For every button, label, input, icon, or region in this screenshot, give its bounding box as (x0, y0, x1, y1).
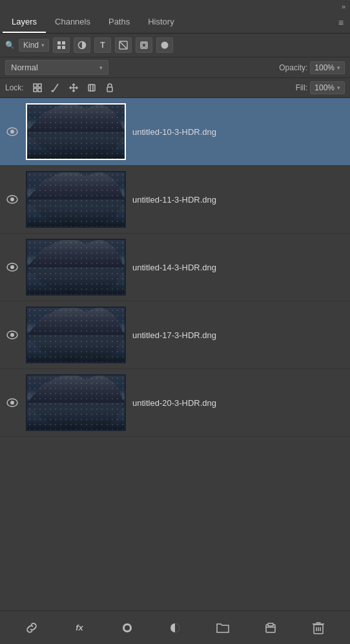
layer-item[interactable]: untitled-17-3-HDR.dng (0, 301, 350, 369)
svg-rect-10 (34, 84, 37, 87)
svg-rect-12 (34, 88, 37, 92)
opacity-chevron-icon: ▾ (337, 65, 340, 71)
svg-point-31 (10, 401, 14, 405)
layers-list: untitled-10-3-HDR.dng untitled-11-3-HDR.… (0, 98, 350, 610)
new-layer-button[interactable] (260, 618, 281, 638)
layer-name: untitled-10-3-HDR.dng (132, 127, 345, 137)
layer-visibility-toggle[interactable] (5, 263, 19, 272)
lock-move-btn[interactable] (67, 81, 81, 95)
fill-input[interactable]: 100% ▾ (310, 81, 345, 94)
add-adjustment-button[interactable] (165, 618, 185, 638)
filter-adjustment-btn[interactable] (74, 37, 90, 53)
kind-chevron-icon: ▾ (41, 42, 45, 48)
layer-item[interactable]: untitled-20-3-HDR.dng (0, 369, 350, 437)
opacity-value-text: 100% (314, 63, 335, 72)
layer-item[interactable]: untitled-14-3-HDR.dng (0, 234, 350, 301)
link-layers-button[interactable] (21, 618, 42, 638)
layer-visibility-toggle[interactable] (5, 127, 19, 136)
filter-text-btn[interactable]: T (94, 37, 111, 53)
blend-mode-chevron-icon: ▾ (99, 65, 103, 71)
svg-rect-21 (107, 87, 112, 92)
layer-visibility-toggle[interactable] (5, 195, 19, 204)
svg-point-15 (51, 90, 53, 92)
new-group-button[interactable] (212, 618, 233, 638)
bottom-toolbar: fx (0, 610, 350, 644)
svg-point-9 (161, 42, 169, 49)
svg-rect-1 (62, 41, 65, 45)
layer-thumbnail (26, 374, 126, 431)
filter-pixel-btn[interactable] (53, 37, 70, 53)
layer-name: untitled-11-3-HDR.dng (132, 195, 345, 205)
svg-point-29 (10, 333, 14, 337)
lock-pixels-btn[interactable] (30, 81, 45, 95)
tab-channels[interactable]: Channels (46, 12, 99, 33)
tab-layers[interactable]: Layers (3, 12, 46, 33)
svg-rect-18 (88, 85, 95, 91)
svg-point-27 (10, 265, 14, 269)
svg-rect-8 (142, 43, 146, 47)
svg-point-33 (125, 625, 130, 630)
tab-paths[interactable]: Paths (99, 12, 139, 33)
kind-label: Kind (23, 41, 39, 50)
fill-section: Fill: 100% ▾ (296, 81, 345, 94)
lock-row: Lock: (0, 78, 350, 98)
filter-row: 🔍 Kind ▾ T (0, 34, 350, 57)
lock-artboard-btn[interactable] (85, 81, 99, 95)
fill-value-text: 100% (314, 83, 335, 92)
expand-icon[interactable]: » (342, 3, 345, 10)
fill-chevron-icon: ▾ (337, 85, 340, 91)
filter-circle-btn[interactable] (156, 37, 173, 53)
layer-thumbnail (26, 103, 126, 160)
lock-all-btn[interactable] (103, 81, 117, 95)
filter-shape-btn[interactable] (115, 37, 132, 53)
filter-smart-btn[interactable] (136, 37, 152, 53)
layer-name: untitled-17-3-HDR.dng (132, 330, 345, 340)
search-icon: 🔍 (5, 41, 15, 50)
layer-item[interactable]: untitled-10-3-HDR.dng (0, 98, 350, 166)
layer-thumbnail (26, 307, 126, 363)
svg-rect-37 (268, 623, 273, 626)
svg-rect-0 (57, 41, 61, 45)
layer-thumbnail (26, 239, 126, 296)
opacity-label: Opacity: (279, 63, 307, 72)
lock-label: Lock: (5, 83, 24, 92)
layer-name: untitled-14-3-HDR.dng (132, 263, 345, 272)
blend-mode-label: Normal (11, 63, 38, 72)
layers-panel: » Layers Channels Paths History ≡ 🔍 Kind… (0, 0, 350, 644)
blend-row: Normal ▾ Opacity: 100% ▾ (0, 57, 350, 78)
fill-label: Fill: (296, 83, 308, 92)
layer-item[interactable]: untitled-11-3-HDR.dng (0, 166, 350, 234)
blend-mode-dropdown[interactable]: Normal ▾ (5, 60, 108, 75)
lock-paint-btn[interactable] (48, 81, 63, 95)
svg-rect-13 (38, 88, 41, 92)
add-mask-button[interactable] (117, 618, 138, 638)
kind-filter-dropdown[interactable]: Kind ▾ (19, 39, 49, 52)
svg-rect-2 (57, 46, 61, 49)
fx-label: fx (76, 623, 83, 632)
top-bar: » (0, 0, 350, 12)
layer-visibility-toggle[interactable] (5, 398, 19, 407)
layer-thumbnail (26, 171, 126, 228)
layer-visibility-toggle[interactable] (5, 330, 19, 339)
svg-point-23 (10, 130, 14, 134)
tab-history[interactable]: History (139, 12, 183, 33)
delete-layer-button[interactable] (308, 618, 329, 638)
svg-line-6 (119, 41, 127, 49)
svg-point-25 (10, 197, 14, 201)
opacity-input[interactable]: 100% ▾ (310, 61, 345, 74)
svg-rect-3 (62, 46, 65, 49)
opacity-section: Opacity: 100% ▾ (279, 61, 345, 74)
panel-menu-icon[interactable]: ≡ (335, 12, 347, 33)
text-icon: T (100, 41, 105, 50)
add-layer-style-button[interactable]: fx (69, 618, 90, 638)
layer-name: untitled-20-3-HDR.dng (132, 398, 345, 408)
svg-line-14 (53, 84, 58, 92)
tabs-row: Layers Channels Paths History ≡ (0, 12, 350, 34)
svg-rect-11 (38, 84, 41, 87)
